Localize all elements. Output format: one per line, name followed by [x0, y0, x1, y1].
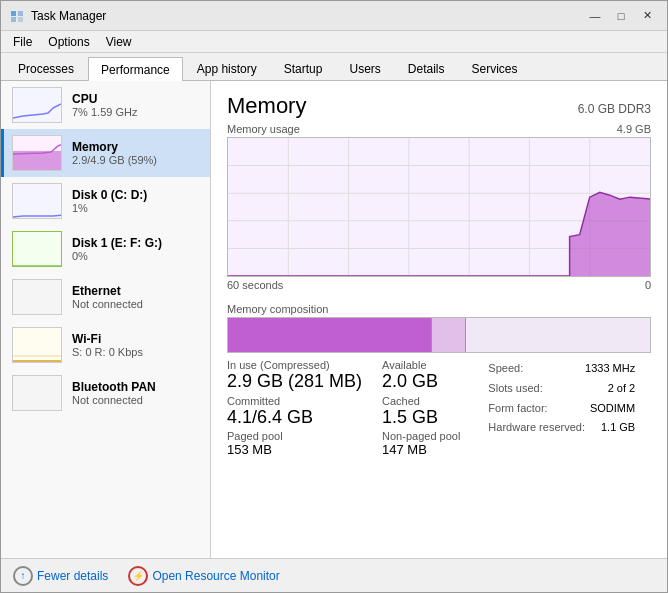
- stat-committed: Committed 4.1/6.4 GB: [227, 395, 362, 429]
- menu-view[interactable]: View: [98, 33, 140, 51]
- graph-svg: [228, 138, 650, 276]
- cpu-info: CPU 7% 1.59 GHz: [72, 92, 202, 118]
- memory-thumbnail: [12, 135, 62, 171]
- stat-in-use: In use (Compressed) 2.9 GB (281 MB): [227, 359, 362, 393]
- speed-row: Speed: 1333 MHz: [488, 359, 635, 379]
- title-bar: Task Manager — □ ✕: [1, 1, 667, 31]
- menu-bar: File Options View: [1, 31, 667, 53]
- graph-time-right: 0: [645, 279, 651, 291]
- sidebar-item-bluetooth[interactable]: Bluetooth PAN Not connected: [1, 369, 210, 417]
- tab-app-history[interactable]: App history: [184, 56, 270, 80]
- sidebar-item-memory[interactable]: Memory 2.9/4.9 GB (59%): [1, 129, 210, 177]
- stat-paged: Paged pool 153 MB: [227, 430, 362, 457]
- paged-label: Paged pool: [227, 430, 362, 442]
- task-manager-window: Task Manager — □ ✕ File Options View Pro…: [0, 0, 668, 593]
- close-button[interactable]: ✕: [635, 6, 659, 26]
- disk1-thumbnail: [12, 231, 62, 267]
- committed-label: Committed: [227, 395, 362, 407]
- ethernet-sub: Not connected: [72, 298, 202, 310]
- fewer-details-link[interactable]: ↑ Fewer details: [13, 566, 108, 586]
- tab-performance[interactable]: Performance: [88, 57, 183, 81]
- disk0-sub: 1%: [72, 202, 202, 214]
- stats-row: In use (Compressed) 2.9 GB (281 MB) Comm…: [227, 359, 651, 457]
- composition-label: Memory composition: [227, 303, 651, 315]
- stat-nonpaged: Non-paged pool 147 MB: [382, 430, 460, 457]
- tab-details[interactable]: Details: [395, 56, 458, 80]
- tab-processes[interactable]: Processes: [5, 56, 87, 80]
- form-row: Form factor: SODIMM: [488, 399, 635, 419]
- comp-free: [466, 318, 650, 352]
- bottom-bar: ↑ Fewer details ⚡ Open Resource Monitor: [1, 558, 667, 592]
- cpu-label: CPU: [72, 92, 202, 106]
- form-value: SODIMM: [590, 399, 635, 419]
- stats-col-right: Speed: 1333 MHz Slots used: 2 of 2 Form …: [488, 359, 635, 457]
- speed-value: 1333 MHz: [585, 359, 635, 379]
- cached-label: Cached: [382, 395, 460, 407]
- disk0-thumbnail: [12, 183, 62, 219]
- open-resource-monitor-link[interactable]: ⚡ Open Resource Monitor: [128, 566, 279, 586]
- disk1-sub: 0%: [72, 250, 202, 262]
- tab-services[interactable]: Services: [459, 56, 531, 80]
- sidebar-item-wifi[interactable]: Wi-Fi S: 0 R: 0 Kbps: [1, 321, 210, 369]
- memory-graph-section: Memory usage 4.9 GB: [227, 123, 651, 291]
- cached-value: 1.5 GB: [382, 407, 460, 429]
- wifi-label: Wi-Fi: [72, 332, 202, 346]
- wifi-info: Wi-Fi S: 0 R: 0 Kbps: [72, 332, 202, 358]
- bluetooth-label: Bluetooth PAN: [72, 380, 202, 394]
- sidebar-item-disk1[interactable]: Disk 1 (E: F: G:) 0%: [1, 225, 210, 273]
- bluetooth-info: Bluetooth PAN Not connected: [72, 380, 202, 406]
- tab-startup[interactable]: Startup: [271, 56, 336, 80]
- disk0-info: Disk 0 (C: D:) 1%: [72, 188, 202, 214]
- disk1-label: Disk 1 (E: F: G:): [72, 236, 202, 250]
- in-use-value: 2.9 GB (281 MB): [227, 371, 362, 393]
- sidebar: CPU 7% 1.59 GHz Memory 2.9/4.9 GB (59%): [1, 81, 211, 558]
- monitor-icon: ⚡: [128, 566, 148, 586]
- monitor-label: Open Resource Monitor: [152, 569, 279, 583]
- stats-col-mid: Available 2.0 GB Cached 1.5 GB Non-paged…: [382, 359, 460, 457]
- composition-bar: [227, 317, 651, 353]
- slots-row: Slots used: 2 of 2: [488, 379, 635, 399]
- svg-marker-15: [570, 192, 650, 276]
- menu-file[interactable]: File: [5, 33, 40, 51]
- tab-users[interactable]: Users: [336, 56, 393, 80]
- form-label: Form factor:: [488, 399, 547, 419]
- wifi-sub: S: 0 R: 0 Kbps: [72, 346, 202, 358]
- nonpaged-label: Non-paged pool: [382, 430, 460, 442]
- svg-rect-2: [11, 17, 16, 22]
- in-use-label: In use (Compressed): [227, 359, 362, 371]
- graph-label-row: Memory usage 4.9 GB: [227, 123, 651, 135]
- memory-graph: [227, 137, 651, 277]
- memory-sub: 2.9/4.9 GB (59%): [72, 154, 202, 166]
- svg-rect-0: [11, 11, 16, 16]
- graph-max: 4.9 GB: [617, 123, 651, 135]
- memory-label: Memory: [72, 140, 202, 154]
- slots-label: Slots used:: [488, 379, 542, 399]
- window-controls: — □ ✕: [583, 6, 659, 26]
- graph-label: Memory usage: [227, 123, 300, 135]
- sidebar-item-cpu[interactable]: CPU 7% 1.59 GHz: [1, 81, 210, 129]
- panel-title: Memory: [227, 93, 306, 119]
- nonpaged-value: 147 MB: [382, 442, 460, 457]
- cpu-thumbnail: [12, 87, 62, 123]
- main-content: CPU 7% 1.59 GHz Memory 2.9/4.9 GB (59%): [1, 81, 667, 558]
- window-title: Task Manager: [31, 9, 583, 23]
- fewer-label: Fewer details: [37, 569, 108, 583]
- hw-label: Hardware reserved:: [488, 418, 585, 438]
- svg-rect-1: [18, 11, 23, 16]
- minimize-button[interactable]: —: [583, 6, 607, 26]
- app-icon: [9, 8, 25, 24]
- maximize-button[interactable]: □: [609, 6, 633, 26]
- disk1-info: Disk 1 (E: F: G:) 0%: [72, 236, 202, 262]
- stat-available: Available 2.0 GB: [382, 359, 460, 393]
- menu-options[interactable]: Options: [40, 33, 97, 51]
- sidebar-item-ethernet[interactable]: Ethernet Not connected: [1, 273, 210, 321]
- ethernet-label: Ethernet: [72, 284, 202, 298]
- ethernet-info: Ethernet Not connected: [72, 284, 202, 310]
- svg-rect-3: [18, 17, 23, 22]
- memory-info: Memory 2.9/4.9 GB (59%): [72, 140, 202, 166]
- graph-time-left: 60 seconds: [227, 279, 283, 291]
- ethernet-thumbnail: [12, 279, 62, 315]
- comp-standby: [432, 318, 466, 352]
- right-stats: Speed: 1333 MHz Slots used: 2 of 2 Form …: [488, 359, 635, 438]
- sidebar-item-disk0[interactable]: Disk 0 (C: D:) 1%: [1, 177, 210, 225]
